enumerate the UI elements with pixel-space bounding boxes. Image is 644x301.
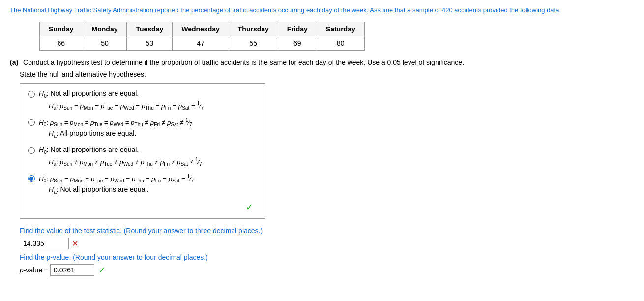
option-2-radio[interactable]	[28, 119, 35, 126]
table-cell: 47	[173, 36, 229, 51]
table-cell: 69	[278, 36, 317, 51]
table-header-row: SundayMondayTuesdayWednesdayThursdayFrid…	[40, 22, 365, 36]
pvalue-answer-row: p-value = ✓	[20, 264, 634, 276]
option-2-h0: H0: pSun ≠ pMon ≠ pTue ≠ pWed ≠ pThu ≠ p…	[39, 118, 257, 127]
option-4-content: H0: pSun = pMon = pTue = pWed = pThu = p…	[39, 174, 257, 197]
table-cell: 53	[127, 36, 173, 51]
option-4-row[interactable]: H0: pSun = pMon = pTue = pWed = pThu = p…	[28, 174, 257, 197]
option-3-radio[interactable]	[28, 147, 35, 154]
option-2-content: H0: pSun ≠ pMon ≠ pTue ≠ pWed ≠ pThu ≠ p…	[39, 118, 257, 141]
table-header-monday: Monday	[83, 22, 127, 36]
table-header-thursday: Thursday	[229, 22, 278, 36]
part-a: (a) Conduct a hypothesis test to determi…	[10, 59, 634, 276]
option-1-ha: Ha: pSun = pMon = pTue = pWed = pThu = p…	[49, 101, 257, 111]
option-3-row[interactable]: H0: Not all proportions are equal. Ha: p…	[28, 146, 257, 169]
state-hypotheses-label: State the null and alternative hypothese…	[20, 70, 634, 78]
correct-checkmark: ✓	[246, 202, 253, 212]
table-header-saturday: Saturday	[317, 22, 364, 36]
option-4-radio[interactable]	[28, 175, 35, 182]
pvalue-input[interactable]	[50, 264, 94, 276]
incorrect-cross: ✕	[72, 239, 78, 248]
pvalue-question: Find the p-value. (Round your answer to …	[20, 253, 634, 261]
test-stat-question: Find the value of the test statistic. (R…	[20, 227, 634, 235]
option-1-row[interactable]: H0: Not all proportions are equal. Ha: p…	[28, 90, 257, 113]
option-4-h0: H0: pSun = pMon = pTue = pWed = pThu = p…	[39, 174, 257, 183]
table-header-friday: Friday	[278, 22, 317, 36]
hypotheses-options-box: H0: Not all proportions are equal. Ha: p…	[20, 83, 265, 219]
pvalue-checkmark: ✓	[98, 265, 106, 275]
table-cell: 50	[83, 36, 127, 51]
intro-text: The National Highway Traffic Safety Admi…	[10, 6, 634, 15]
option-2-row[interactable]: H0: pSun ≠ pMon ≠ pTue ≠ pWed ≠ pThu ≠ p…	[28, 118, 257, 141]
option-2-ha: Ha: All proportions are equal.	[49, 129, 257, 139]
data-table: SundayMondayTuesdayWednesdayThursdayFrid…	[39, 22, 365, 51]
pvalue-prefix: p-value =	[20, 266, 48, 274]
table-header-wednesday: Wednesday	[173, 22, 229, 36]
option-3-ha: Ha: pSun ≠ pMon ≠ pTue ≠ pWed ≠ pThu ≠ p…	[49, 157, 257, 167]
option-1-h0: H0: Not all proportions are equal.	[39, 90, 257, 99]
table-cell: 66	[40, 36, 83, 51]
checkmark-container: ✓	[28, 202, 257, 212]
option-3-content: H0: Not all proportions are equal. Ha: p…	[39, 146, 257, 169]
part-a-label: (a) Conduct a hypothesis test to determi…	[10, 59, 634, 66]
option-1-radio[interactable]	[28, 91, 35, 98]
table-cell: 55	[229, 36, 278, 51]
table-value-row: 66505347556980	[40, 36, 365, 51]
option-3-h0: H0: Not all proportions are equal.	[39, 146, 257, 155]
option-1-content: H0: Not all proportions are equal. Ha: p…	[39, 90, 257, 113]
table-cell: 80	[317, 36, 364, 51]
table-header-tuesday: Tuesday	[127, 22, 173, 36]
option-4-ha: Ha: Not all proportions are equal.	[49, 185, 257, 195]
test-stat-answer-row: ✕	[20, 238, 634, 249]
test-stat-input[interactable]	[20, 238, 69, 249]
table-header-sunday: Sunday	[40, 22, 83, 36]
